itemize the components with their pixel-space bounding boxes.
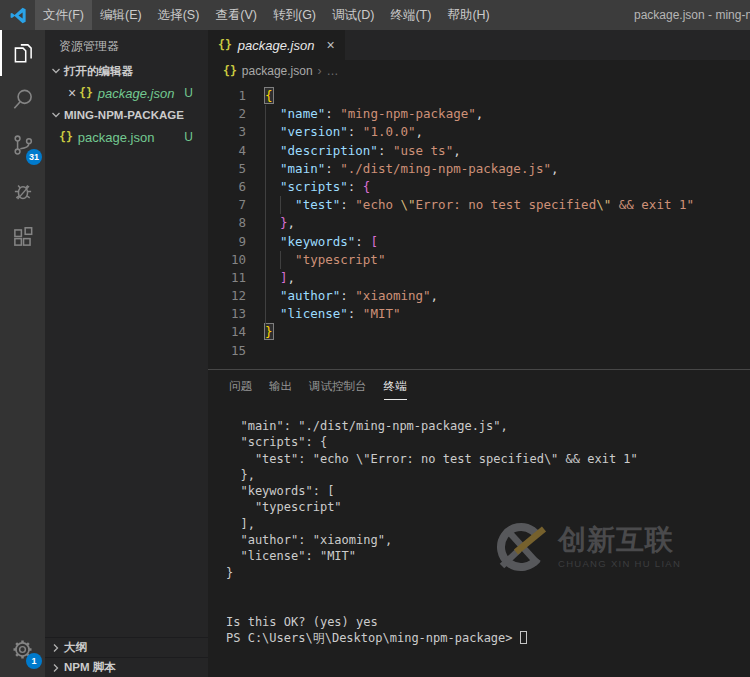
breadcrumb-separator: › <box>318 64 322 78</box>
menu-item[interactable]: 文件(F) <box>35 0 92 30</box>
terminal-line: "keywords": [ <box>226 483 750 499</box>
bottom-panel: 问题输出调试控制台终端 "main": "./dist/ming-npm-pac… <box>208 369 750 677</box>
line-number: 4 <box>208 142 246 160</box>
menu-item[interactable]: 调试(D) <box>324 0 382 30</box>
tab-bar: {} package.json × <box>208 30 750 60</box>
window-title: package.json - ming-n <box>634 8 750 22</box>
chevron-right-icon <box>48 643 64 653</box>
terminal-line: "main": "./dist/ming-npm-package.js", <box>226 418 750 434</box>
code-line: 8 }, <box>208 214 750 232</box>
editor-group: {} package.json × {} package.json › … 1{… <box>208 30 750 677</box>
terminal-line: }, <box>226 467 750 483</box>
line-number: 10 <box>208 251 246 269</box>
extensions-icon[interactable] <box>0 214 45 260</box>
code-line: 6 "scripts": { <box>208 178 750 196</box>
line-number: 5 <box>208 160 246 178</box>
watermark-logo-icon <box>496 520 550 574</box>
breadcrumb-file[interactable]: package.json <box>242 64 313 78</box>
chevron-down-icon <box>48 110 64 120</box>
code-line: 4 "description": "use ts", <box>208 142 750 160</box>
activity-bar: 31 <box>0 30 45 677</box>
git-status-untracked: U <box>184 130 193 144</box>
code-line: 12 "author": "xiaoming", <box>208 287 750 305</box>
code-line: 7 "test": "echo \"Error: no test specifi… <box>208 196 750 214</box>
menu-item[interactable]: 编辑(E) <box>92 0 150 30</box>
line-number: 8 <box>208 214 246 232</box>
code-line: 2 "name": "ming-npm-package", <box>208 105 750 123</box>
watermark: 创新互联 CHUANG XIN HU LIAN <box>496 520 681 574</box>
line-number: 7 <box>208 196 246 214</box>
vscode-logo-icon <box>9 6 28 25</box>
menu-item[interactable]: 查看(V) <box>207 0 265 30</box>
menu-item[interactable]: 帮助(H) <box>439 0 497 30</box>
line-number: 12 <box>208 287 246 305</box>
terminal-line: "typescript" <box>226 499 750 515</box>
menu-item[interactable]: 终端(T) <box>382 0 439 30</box>
file-package-json[interactable]: {} package.json U <box>45 126 208 148</box>
terminal-line <box>226 597 750 613</box>
search-icon[interactable] <box>0 76 45 122</box>
breadcrumb[interactable]: {} package.json › … <box>208 60 750 82</box>
scm-badge: 31 <box>26 149 42 165</box>
code-line: 10 "typescript" <box>208 251 750 269</box>
open-editors-header[interactable]: 打开的编辑器 <box>45 60 208 82</box>
sidebar-title: 资源管理器 <box>45 30 208 60</box>
code-line: 13 "license": "MIT" <box>208 305 750 323</box>
source-control-icon[interactable]: 31 <box>0 122 45 168</box>
watermark-subtitle: CHUANG XIN HU LIAN <box>558 558 681 569</box>
code-line: 1{ <box>208 87 750 105</box>
line-number: 1 <box>208 87 246 105</box>
line-number: 9 <box>208 233 246 251</box>
tab-close-icon[interactable]: × <box>326 37 334 53</box>
panel-tabs: 问题输出调试控制台终端 <box>208 370 750 405</box>
menu-item[interactable]: 转到(G) <box>265 0 324 30</box>
folder-section-header[interactable]: MING-NPM-PACKAGE <box>45 104 208 126</box>
code-line: 3 "version": "1.0.0", <box>208 123 750 141</box>
panel-tab[interactable]: 调试控制台 <box>309 379 367 399</box>
tab-package-json[interactable]: {} package.json × <box>208 30 345 60</box>
json-file-icon: {} <box>218 38 232 52</box>
line-number: 14 <box>208 323 246 341</box>
close-icon[interactable]: × <box>65 85 79 101</box>
chevron-down-icon <box>48 66 64 76</box>
line-number: 3 <box>208 123 246 141</box>
git-status-untracked: U <box>184 86 193 100</box>
chevron-right-icon <box>48 663 64 673</box>
terminal-line: Is this OK? (yes) yes <box>226 614 750 630</box>
line-number: 6 <box>208 178 246 196</box>
title-bar: 文件(F)编辑(E)选择(S)查看(V)转到(G)调试(D)终端(T)帮助(H)… <box>0 0 750 30</box>
settings-gear-icon[interactable]: 1 <box>0 626 45 672</box>
menu-item[interactable]: 选择(S) <box>150 0 208 30</box>
npm-scripts-section[interactable]: NPM 脚本 <box>45 657 208 677</box>
terminal-cursor <box>520 631 527 644</box>
code-line: 11 ], <box>208 269 750 287</box>
menubar: 文件(F)编辑(E)选择(S)查看(V)转到(G)调试(D)终端(T)帮助(H) <box>35 0 498 30</box>
settings-badge: 1 <box>26 653 42 669</box>
breadcrumb-more[interactable]: … <box>327 64 339 78</box>
json-file-icon: {} <box>223 64 237 78</box>
line-number: 13 <box>208 305 246 323</box>
terminal-prompt: PS C:\Users\明\Desktop\ming-npm-package> <box>226 630 750 646</box>
json-file-icon: {} <box>79 86 93 100</box>
code-lines: 1{2 "name": "ming-npm-package",3 "versio… <box>208 87 750 360</box>
line-number: 2 <box>208 105 246 123</box>
line-number: 15 <box>208 342 246 360</box>
debug-icon[interactable] <box>0 168 45 214</box>
panel-tab[interactable]: 输出 <box>269 379 292 399</box>
terminal-line <box>226 581 750 597</box>
code-line: 5 "main": "./dist/ming-npm-package.js", <box>208 160 750 178</box>
explorer-icon[interactable] <box>0 30 45 76</box>
code-line: 14} <box>208 323 750 341</box>
code-editor[interactable]: 1{2 "name": "ming-npm-package",3 "versio… <box>208 82 750 369</box>
sidebar-explorer: 资源管理器 打开的编辑器 × {} package.json U MING-NP… <box>45 30 208 677</box>
terminal-line: "scripts": { <box>226 434 750 450</box>
panel-tab[interactable]: 问题 <box>229 379 252 399</box>
outline-section[interactable]: 大纲 <box>45 637 208 657</box>
line-number: 11 <box>208 269 246 287</box>
json-file-icon: {} <box>59 130 73 144</box>
terminal-line: "test": "echo \"Error: no test specified… <box>226 451 750 467</box>
code-line: 15 <box>208 342 750 360</box>
code-line: 9 "keywords": [ <box>208 233 750 251</box>
panel-tab[interactable]: 终端 <box>384 379 407 400</box>
open-editor-package-json[interactable]: × {} package.json U <box>45 82 208 104</box>
